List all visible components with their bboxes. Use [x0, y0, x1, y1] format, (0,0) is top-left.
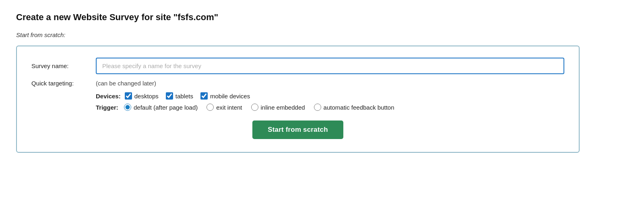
device-mobile[interactable]: mobile devices [200, 92, 250, 100]
device-tablets-checkbox[interactable] [166, 92, 173, 100]
devices-row: Devices: desktops tablets mobile devices [31, 92, 564, 100]
trigger-exit-intent-label: exit intent [216, 104, 242, 111]
trigger-auto-feedback-label: automatic feedback button [324, 104, 394, 111]
quick-targeting-hint: (can be changed later) [96, 80, 156, 87]
trigger-default[interactable]: default (after page load) [124, 104, 198, 111]
trigger-auto-feedback[interactable]: automatic feedback button [314, 104, 394, 111]
device-desktops[interactable]: desktops [125, 92, 159, 100]
device-desktops-label: desktops [134, 93, 159, 100]
page-title: Create a new Website Survey for site "fs… [16, 12, 628, 23]
survey-name-input[interactable] [96, 58, 564, 74]
survey-name-label: Survey name: [31, 62, 96, 69]
section-label: Start from scratch: [16, 31, 628, 38]
button-row: Start from scratch [31, 121, 564, 139]
trigger-default-radio[interactable] [124, 104, 131, 111]
start-from-scratch-button[interactable]: Start from scratch [252, 121, 343, 139]
device-desktops-checkbox[interactable] [125, 92, 132, 100]
trigger-auto-feedback-radio[interactable] [314, 104, 321, 111]
trigger-radio-group: default (after page load) exit intent in… [124, 104, 394, 111]
survey-name-row: Survey name: [31, 58, 564, 74]
trigger-label: Trigger: [96, 104, 120, 111]
form-card: Survey name: Quick targeting: (can be ch… [16, 46, 580, 153]
trigger-exit-intent[interactable]: exit intent [206, 104, 242, 111]
trigger-inline-embedded-radio[interactable] [251, 104, 258, 111]
devices-label: Devices: [96, 93, 121, 100]
device-mobile-label: mobile devices [210, 93, 250, 100]
device-tablets[interactable]: tablets [166, 92, 193, 100]
device-mobile-checkbox[interactable] [200, 92, 208, 100]
device-tablets-label: tablets [175, 93, 193, 100]
devices-checkbox-group: desktops tablets mobile devices [125, 92, 250, 100]
quick-targeting-row: Quick targeting: (can be changed later) [31, 80, 564, 87]
quick-targeting-label: Quick targeting: [31, 80, 96, 87]
trigger-exit-intent-radio[interactable] [206, 104, 214, 111]
trigger-default-label: default (after page load) [134, 104, 198, 111]
trigger-inline-embedded[interactable]: inline embedded [251, 104, 305, 111]
trigger-row: Trigger: default (after page load) exit … [31, 104, 564, 111]
trigger-inline-embedded-label: inline embedded [261, 104, 305, 111]
